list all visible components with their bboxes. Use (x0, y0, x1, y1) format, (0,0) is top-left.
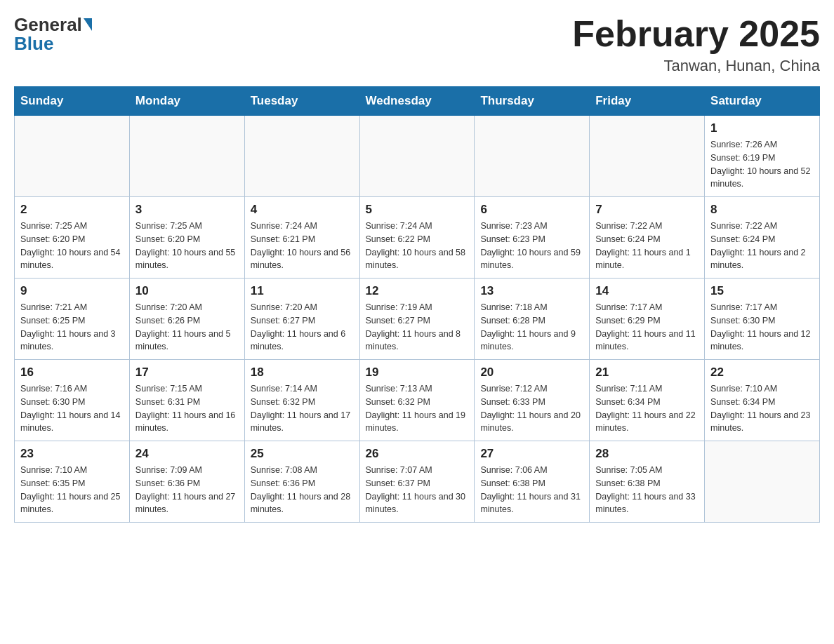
calendar-cell: 21Sunrise: 7:11 AM Sunset: 6:34 PM Dayli… (590, 360, 705, 441)
day-info: Sunrise: 7:22 AM Sunset: 6:24 PM Dayligh… (595, 220, 699, 272)
calendar-cell: 2Sunrise: 7:25 AM Sunset: 6:20 PM Daylig… (15, 197, 130, 279)
calendar-cell: 22Sunrise: 7:10 AM Sunset: 6:34 PM Dayli… (705, 360, 820, 441)
calendar-cell: 7Sunrise: 7:22 AM Sunset: 6:24 PM Daylig… (590, 197, 705, 279)
calendar-cell: 13Sunrise: 7:18 AM Sunset: 6:28 PM Dayli… (475, 279, 590, 360)
day-number: 4 (251, 203, 354, 217)
title-area: February 2025 Tanwan, Hunan, China (572, 14, 820, 75)
day-info: Sunrise: 7:10 AM Sunset: 6:35 PM Dayligh… (20, 464, 124, 516)
day-info: Sunrise: 7:25 AM Sunset: 6:20 PM Dayligh… (135, 220, 239, 272)
day-info: Sunrise: 7:22 AM Sunset: 6:24 PM Dayligh… (710, 220, 814, 272)
calendar-cell (590, 116, 705, 197)
day-info: Sunrise: 7:16 AM Sunset: 6:30 PM Dayligh… (20, 382, 124, 435)
day-number: 21 (595, 365, 699, 380)
page-header: General Blue February 2025 Tanwan, Hunan… (14, 14, 820, 75)
calendar-cell: 3Sunrise: 7:25 AM Sunset: 6:20 PM Daylig… (129, 197, 244, 279)
day-number: 2 (20, 203, 124, 217)
day-info: Sunrise: 7:15 AM Sunset: 6:31 PM Dayligh… (135, 382, 239, 435)
day-number: 16 (20, 365, 124, 380)
calendar-cell (129, 116, 244, 197)
day-number: 9 (20, 284, 124, 298)
day-number: 11 (251, 284, 354, 298)
day-of-week-header: Wednesday (359, 87, 475, 116)
day-number: 15 (710, 284, 814, 298)
calendar-week-row: 16Sunrise: 7:16 AM Sunset: 6:30 PM Dayli… (15, 360, 820, 441)
day-info: Sunrise: 7:05 AM Sunset: 6:38 PM Dayligh… (595, 464, 699, 516)
day-number: 19 (366, 365, 469, 380)
day-of-week-header: Saturday (705, 87, 820, 116)
day-number: 23 (20, 447, 124, 461)
day-number: 14 (595, 284, 699, 298)
day-number: 8 (710, 203, 814, 217)
day-number: 17 (135, 365, 239, 380)
calendar-week-row: 9Sunrise: 7:21 AM Sunset: 6:25 PM Daylig… (15, 279, 820, 360)
calendar-cell: 28Sunrise: 7:05 AM Sunset: 6:38 PM Dayli… (590, 441, 705, 523)
day-number: 20 (480, 365, 583, 380)
logo: General Blue (14, 14, 92, 55)
day-info: Sunrise: 7:11 AM Sunset: 6:34 PM Dayligh… (595, 382, 699, 435)
day-number: 26 (366, 447, 469, 461)
calendar-cell: 23Sunrise: 7:10 AM Sunset: 6:35 PM Dayli… (15, 441, 130, 523)
day-info: Sunrise: 7:13 AM Sunset: 6:32 PM Dayligh… (366, 382, 469, 435)
day-info: Sunrise: 7:23 AM Sunset: 6:23 PM Dayligh… (480, 220, 583, 272)
calendar-cell: 8Sunrise: 7:22 AM Sunset: 6:24 PM Daylig… (705, 197, 820, 279)
calendar-week-row: 2Sunrise: 7:25 AM Sunset: 6:20 PM Daylig… (15, 197, 820, 279)
day-info: Sunrise: 7:06 AM Sunset: 6:38 PM Dayligh… (480, 464, 583, 516)
day-info: Sunrise: 7:19 AM Sunset: 6:27 PM Dayligh… (366, 301, 469, 354)
day-info: Sunrise: 7:14 AM Sunset: 6:32 PM Dayligh… (251, 382, 354, 435)
calendar-cell: 9Sunrise: 7:21 AM Sunset: 6:25 PM Daylig… (15, 279, 130, 360)
day-info: Sunrise: 7:17 AM Sunset: 6:30 PM Dayligh… (710, 301, 814, 354)
calendar-cell (244, 116, 359, 197)
logo-blue: Blue (14, 33, 53, 55)
calendar-cell: 24Sunrise: 7:09 AM Sunset: 6:36 PM Dayli… (129, 441, 244, 523)
calendar-cell: 19Sunrise: 7:13 AM Sunset: 6:32 PM Dayli… (359, 360, 475, 441)
day-number: 7 (595, 203, 699, 217)
calendar-cell (475, 116, 590, 197)
calendar-cell (705, 441, 820, 523)
calendar-cell: 17Sunrise: 7:15 AM Sunset: 6:31 PM Dayli… (129, 360, 244, 441)
location: Tanwan, Hunan, China (572, 57, 820, 75)
day-number: 18 (251, 365, 354, 380)
calendar-header-row: SundayMondayTuesdayWednesdayThursdayFrid… (15, 87, 820, 116)
day-number: 27 (480, 447, 583, 461)
day-number: 6 (480, 203, 583, 217)
day-info: Sunrise: 7:26 AM Sunset: 6:19 PM Dayligh… (710, 138, 814, 191)
day-of-week-header: Tuesday (244, 87, 359, 116)
day-info: Sunrise: 7:24 AM Sunset: 6:21 PM Dayligh… (251, 220, 354, 272)
day-info: Sunrise: 7:25 AM Sunset: 6:20 PM Dayligh… (20, 220, 124, 272)
day-number: 22 (710, 365, 814, 380)
calendar-week-row: 23Sunrise: 7:10 AM Sunset: 6:35 PM Dayli… (15, 441, 820, 523)
calendar-cell: 16Sunrise: 7:16 AM Sunset: 6:30 PM Dayli… (15, 360, 130, 441)
month-title: February 2025 (572, 14, 820, 54)
calendar-cell: 10Sunrise: 7:20 AM Sunset: 6:26 PM Dayli… (129, 279, 244, 360)
day-number: 28 (595, 447, 699, 461)
day-info: Sunrise: 7:12 AM Sunset: 6:33 PM Dayligh… (480, 382, 583, 435)
calendar-week-row: 1Sunrise: 7:26 AM Sunset: 6:19 PM Daylig… (15, 116, 820, 197)
calendar-cell (15, 116, 130, 197)
calendar-cell: 15Sunrise: 7:17 AM Sunset: 6:30 PM Dayli… (705, 279, 820, 360)
calendar-cell: 27Sunrise: 7:06 AM Sunset: 6:38 PM Dayli… (475, 441, 590, 523)
day-info: Sunrise: 7:18 AM Sunset: 6:28 PM Dayligh… (480, 301, 583, 354)
calendar-cell: 6Sunrise: 7:23 AM Sunset: 6:23 PM Daylig… (475, 197, 590, 279)
day-info: Sunrise: 7:20 AM Sunset: 6:27 PM Dayligh… (251, 301, 354, 354)
calendar-table: SundayMondayTuesdayWednesdayThursdayFrid… (14, 86, 820, 523)
calendar-cell: 25Sunrise: 7:08 AM Sunset: 6:36 PM Dayli… (244, 441, 359, 523)
day-number: 12 (366, 284, 469, 298)
day-number: 13 (480, 284, 583, 298)
calendar-cell: 12Sunrise: 7:19 AM Sunset: 6:27 PM Dayli… (359, 279, 475, 360)
calendar-cell: 26Sunrise: 7:07 AM Sunset: 6:37 PM Dayli… (359, 441, 475, 523)
day-of-week-header: Friday (590, 87, 705, 116)
day-info: Sunrise: 7:20 AM Sunset: 6:26 PM Dayligh… (135, 301, 239, 354)
calendar-cell: 1Sunrise: 7:26 AM Sunset: 6:19 PM Daylig… (705, 116, 820, 197)
day-number: 1 (710, 121, 814, 135)
day-number: 25 (251, 447, 354, 461)
day-of-week-header: Thursday (475, 87, 590, 116)
calendar-cell (359, 116, 475, 197)
day-info: Sunrise: 7:21 AM Sunset: 6:25 PM Dayligh… (20, 301, 124, 354)
calendar-cell: 4Sunrise: 7:24 AM Sunset: 6:21 PM Daylig… (244, 197, 359, 279)
day-info: Sunrise: 7:24 AM Sunset: 6:22 PM Dayligh… (366, 220, 469, 272)
day-of-week-header: Monday (129, 87, 244, 116)
day-number: 3 (135, 203, 239, 217)
calendar-cell: 20Sunrise: 7:12 AM Sunset: 6:33 PM Dayli… (475, 360, 590, 441)
day-info: Sunrise: 7:09 AM Sunset: 6:36 PM Dayligh… (135, 464, 239, 516)
calendar-cell: 11Sunrise: 7:20 AM Sunset: 6:27 PM Dayli… (244, 279, 359, 360)
